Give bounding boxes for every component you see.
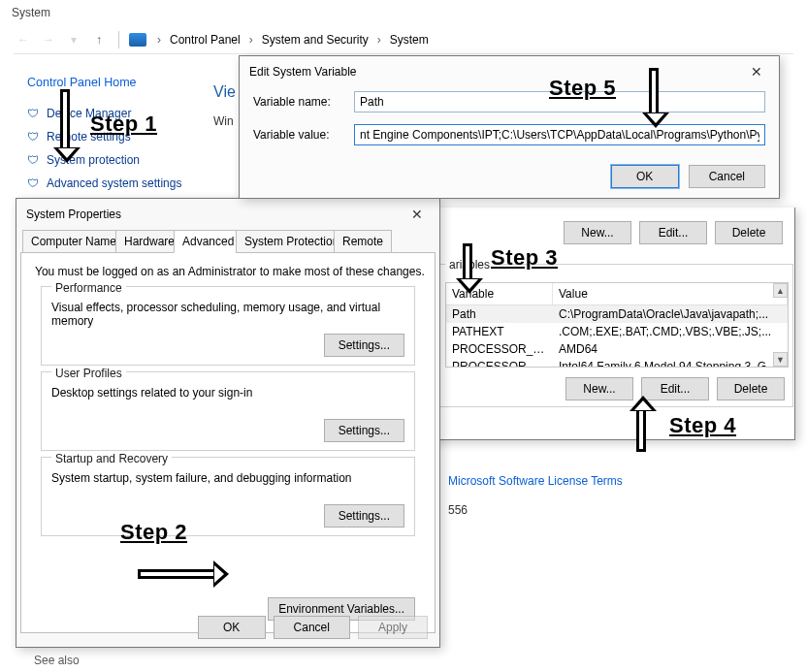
dialog-title: System Properties bbox=[26, 208, 121, 221]
shield-icon bbox=[27, 107, 41, 120]
performance-desc: Visual effects, processor scheduling, me… bbox=[51, 301, 404, 328]
variable-name-input[interactable] bbox=[354, 91, 765, 112]
edit-system-var-button[interactable]: Edit... bbox=[641, 377, 709, 400]
delete-system-var-button[interactable]: Delete bbox=[717, 377, 785, 400]
table-row-path[interactable]: PathC:\ProgramData\Oracle\Java\javapath;… bbox=[446, 305, 788, 323]
close-button[interactable]: ✕ bbox=[742, 62, 771, 81]
tab-advanced[interactable]: Advanced bbox=[174, 230, 242, 253]
sidebar-item-label: Advanced system settings bbox=[47, 176, 181, 190]
user-profiles-group: User Profiles Desktop settings related t… bbox=[41, 371, 415, 451]
admin-note: You must be logged on as an Administrato… bbox=[35, 265, 425, 278]
chevron-right-icon[interactable]: › bbox=[246, 33, 256, 47]
groupbox-title: User Profiles bbox=[51, 367, 126, 380]
chevron-right-icon[interactable]: › bbox=[374, 33, 384, 47]
cancel-button[interactable]: Cancel bbox=[274, 616, 350, 639]
up-button[interactable]: ↑ bbox=[89, 30, 109, 49]
startup-recovery-desc: System startup, system failure, and debu… bbox=[51, 471, 404, 485]
close-button[interactable]: ✕ bbox=[403, 205, 432, 224]
startup-recovery-group: Startup and Recovery System startup, sys… bbox=[41, 457, 415, 536]
shield-icon bbox=[27, 176, 41, 190]
window-title: System bbox=[12, 6, 50, 19]
table-row[interactable]: PROCESSOR_A...AMD64 bbox=[446, 340, 788, 358]
tab-strip: Computer Name Hardware Advanced System P… bbox=[20, 230, 436, 253]
recent-dropdown[interactable]: ▾ bbox=[64, 30, 83, 49]
back-button[interactable]: ← bbox=[14, 30, 33, 49]
breadcrumb-sys-security[interactable]: System and Security bbox=[262, 33, 369, 47]
dialog-title: Edit System Variable bbox=[249, 65, 357, 79]
sidebar-item-device-manager[interactable]: Device Manager bbox=[27, 107, 211, 120]
table-header: Variable Value bbox=[446, 283, 788, 305]
variable-value-label: Variable value: bbox=[253, 128, 354, 142]
groupbox-title: Startup and Recovery bbox=[51, 452, 172, 465]
ok-button[interactable]: OK bbox=[198, 616, 266, 639]
variable-value-input[interactable] bbox=[354, 124, 765, 145]
performance-settings-button[interactable]: Settings... bbox=[324, 334, 404, 357]
system-properties-dialog: System Properties ✕ Computer Name Hardwa… bbox=[16, 198, 440, 648]
system-variables-table[interactable]: Variable Value PathC:\ProgramData\Oracle… bbox=[445, 282, 789, 368]
user-profiles-desc: Desktop settings related to your sign-in bbox=[51, 386, 404, 400]
sidebar-item-label: System protection bbox=[47, 153, 140, 167]
tab-remote[interactable]: Remote bbox=[334, 230, 392, 253]
tab-computer-name[interactable]: Computer Name bbox=[22, 230, 125, 253]
apply-button: Apply bbox=[358, 616, 428, 639]
startup-recovery-settings-button[interactable]: Settings... bbox=[324, 504, 404, 528]
heading-fragment: Vie bbox=[213, 83, 236, 101]
edit-user-var-button[interactable]: Edit... bbox=[639, 221, 707, 244]
ok-button[interactable]: OK bbox=[611, 165, 679, 188]
product-id-fragment: 556 bbox=[448, 503, 468, 517]
environment-variables-dialog: New... Edit... Delete ariables Variable … bbox=[427, 208, 795, 440]
breadcrumb-system[interactable]: System bbox=[390, 33, 429, 47]
delete-user-var-button[interactable]: Delete bbox=[715, 221, 783, 244]
cancel-button[interactable]: Cancel bbox=[689, 165, 765, 188]
sidebar-item-advanced-system-settings[interactable]: Advanced system settings bbox=[27, 176, 211, 190]
scroll-up-button[interactable]: ▲ bbox=[773, 283, 788, 298]
system-variables-groupbox-title: ariables bbox=[445, 258, 494, 272]
license-terms-link[interactable]: Microsoft Software License Terms bbox=[448, 474, 623, 488]
nav-separator bbox=[118, 31, 119, 48]
new-system-var-button[interactable]: New... bbox=[565, 377, 633, 400]
sidebar-item-label: Remote settings bbox=[47, 130, 131, 144]
table-row[interactable]: PATHEXT.COM;.EXE;.BAT;.CMD;.VBS;.VBE;.JS… bbox=[446, 323, 788, 340]
scroll-down-button[interactable]: ▼ bbox=[773, 352, 788, 367]
performance-group: Performance Visual effects, processor sc… bbox=[41, 286, 415, 366]
explorer-nav: ← → ▾ ↑ › Control Panel › System and Sec… bbox=[14, 29, 793, 54]
chevron-right-icon[interactable]: › bbox=[154, 33, 164, 47]
edit-var-titlebar: Edit System Variable ✕ bbox=[240, 56, 779, 85]
shield-icon bbox=[27, 153, 41, 167]
pc-icon bbox=[129, 33, 146, 47]
new-user-var-button[interactable]: New... bbox=[564, 221, 631, 244]
system-properties-titlebar: System Properties ✕ bbox=[16, 199, 439, 228]
breadcrumb-control-panel[interactable]: Control Panel bbox=[170, 33, 241, 47]
table-row[interactable]: PROCESSOR_ID...Intel64 Family 6 Model 94… bbox=[446, 358, 788, 368]
user-profiles-settings-button[interactable]: Settings... bbox=[324, 419, 404, 442]
label-fragment: Win bbox=[213, 114, 234, 128]
control-panel-home-link[interactable]: Control Panel Home bbox=[27, 76, 211, 89]
groupbox-title: Performance bbox=[51, 281, 126, 295]
sidebar-item-system-protection[interactable]: System protection bbox=[27, 153, 211, 167]
see-also-label: See also bbox=[34, 654, 80, 667]
column-variable[interactable]: Variable bbox=[446, 283, 553, 304]
tab-system-protection[interactable]: System Protection bbox=[236, 230, 347, 253]
sidebar-item-label: Device Manager bbox=[47, 107, 131, 120]
shield-icon bbox=[27, 130, 41, 144]
column-value[interactable]: Value bbox=[553, 283, 788, 304]
forward-button[interactable]: → bbox=[39, 30, 58, 49]
edit-system-variable-dialog: Edit System Variable ✕ Variable name: Va… bbox=[239, 55, 780, 199]
control-panel-sidebar: Control Panel Home Device Manager Remote… bbox=[27, 76, 211, 200]
variable-name-label: Variable name: bbox=[253, 95, 354, 109]
sidebar-item-remote-settings[interactable]: Remote settings bbox=[27, 130, 211, 144]
